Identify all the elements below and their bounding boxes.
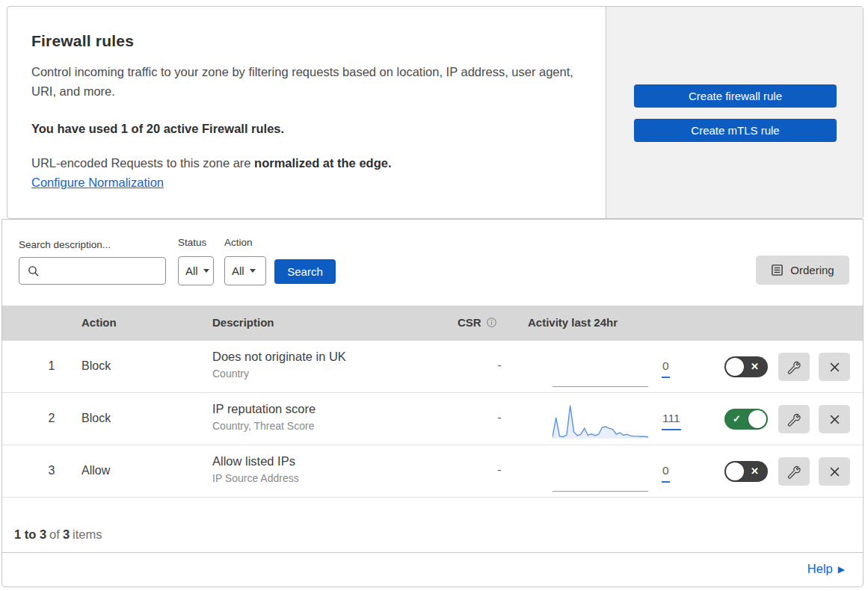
delete-rule-button[interactable] [819,353,850,381]
activity-count-link[interactable]: 0 [662,359,670,378]
page-description: Control incoming traffic to your zone by… [31,62,588,101]
help-label: Help [807,562,833,576]
rules-panel: Search description... Status All Action … [1,219,864,587]
ordering-button[interactable]: Ordering [756,256,849,285]
pagination-items: items [73,527,102,541]
rule-description-title: IP reputation score [212,402,316,416]
help-link[interactable]: Help ▶ [807,562,845,576]
rule-description-title: Allow listed IPs [212,454,299,468]
close-icon [829,466,840,477]
header-card: Firewall rules Control incoming traffic … [7,6,864,219]
toggle-state-icon: ✕ [751,465,759,477]
rule-enabled-toggle[interactable]: ✕ [724,461,768,482]
normalization-note: URL-encoded Requests to this zone are no… [31,156,606,170]
wrench-icon [787,412,801,427]
rule-csr-value: - [488,359,511,371]
edit-rule-button[interactable] [778,353,810,381]
table-row: 3 Allow Allow listed IPs IP Source Addre… [2,445,863,498]
search-input[interactable] [43,259,161,283]
wrench-icon [787,465,801,479]
toggle-state-icon: ✕ [751,361,759,373]
pagination-summary: 1 to 3of3items [14,527,105,542]
rule-criteria: Country [212,368,346,380]
pagination-total: 3 [63,527,70,541]
chevron-down-icon [250,269,256,273]
rule-csr-value: - [488,463,511,476]
activity-sparkline-empty [552,386,648,387]
action-filter-label: Action [224,237,253,248]
ordering-list-icon [771,264,784,276]
column-header-description: Description [212,316,274,329]
toggle-state-icon: ✓ [733,413,741,425]
toggle-knob [726,462,744,480]
toggle-knob [748,410,766,428]
help-bar: Help ▶ [2,552,863,587]
column-header-action: Action [81,316,117,329]
search-icon [28,265,40,277]
configure-normalization-link[interactable]: Configure Normalization [31,176,164,190]
rule-description: IP reputation score Country, Threat Scor… [212,402,316,432]
table-header: Action Description CSR Activity last 24h… [2,306,863,341]
rule-description-title: Does not originate in UK [212,350,346,364]
status-filter-select[interactable]: All [178,256,214,285]
search-input-wrapper [19,257,166,285]
activity-count-cell: 0 [662,464,670,483]
create-firewall-rule-button[interactable]: Create firewall rule [634,84,837,108]
usage-summary: You have used 1 of 20 active Firewall ru… [31,122,606,136]
wrench-icon [787,360,801,374]
rule-priority: 1 [38,359,65,373]
delete-rule-button[interactable] [819,457,850,486]
activity-count-link[interactable]: 111 [662,412,681,430]
create-mtls-rule-button[interactable]: Create mTLS rule [634,119,837,142]
rule-action: Block [81,359,111,373]
table-row: 2 Block IP reputation score Country, Thr… [2,393,863,445]
rule-description: Allow listed IPs IP Source Address [212,454,299,484]
table-row: 1 Block Does not originate in UK Country… [2,341,863,393]
rule-priority: 2 [38,412,65,425]
column-header-activity: Activity last 24hr [528,316,618,329]
pagination-range: 1 to 3 [14,527,46,541]
activity-sparkline-empty [552,491,648,492]
edit-rule-button[interactable] [778,457,810,486]
activity-count-link[interactable]: 0 [662,464,670,483]
status-filter-value: All [185,264,198,277]
rule-priority: 3 [38,464,65,477]
rule-csr-value: - [488,411,511,424]
activity-count-cell: 111 [662,412,681,430]
close-icon [829,362,840,373]
activity-count-cell: 0 [662,359,670,378]
toggle-knob [726,358,744,376]
header-content: Firewall rules Control incoming traffic … [7,7,606,218]
close-icon [829,414,840,425]
rule-criteria: Country, Threat Score [212,420,316,432]
rule-action: Allow [81,464,110,477]
ordering-button-label: Ordering [790,264,834,276]
status-filter-label: Status [178,237,206,248]
search-button[interactable]: Search [274,259,336,284]
firewall-rules-page: Firewall rules Control incoming traffic … [0,0,868,591]
help-arrow-icon: ▶ [838,564,845,575]
search-description-label: Search description... [19,239,111,250]
activity-sparkline [552,403,648,439]
rule-enabled-toggle[interactable]: ✓ [724,409,768,430]
normalization-text: URL-encoded Requests to this zone are [31,156,251,170]
info-icon[interactable] [486,317,497,328]
chevron-down-icon [203,269,209,273]
action-filter-value: All [232,264,244,277]
normalization-bold-text: normalized at the edge. [254,156,391,170]
delete-rule-button[interactable] [819,405,850,433]
column-header-csr: CSR [458,316,497,329]
page-title: Firewall rules [31,32,606,50]
pagination-of: of [49,527,60,541]
rule-criteria: IP Source Address [212,472,299,484]
action-filter-select[interactable]: All [224,256,266,285]
rule-enabled-toggle[interactable]: ✕ [724,356,768,377]
rule-action: Block [81,412,111,425]
actions-panel: Create firewall rule Create mTLS rule [606,7,863,218]
rule-description: Does not originate in UK Country [212,350,346,380]
edit-rule-button[interactable] [778,405,810,433]
